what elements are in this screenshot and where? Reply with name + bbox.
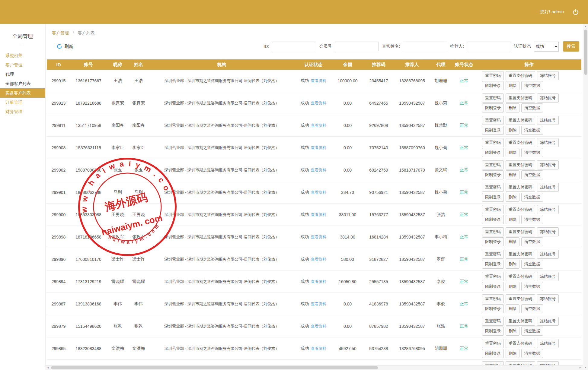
delete-button[interactable]: 删除 (506, 126, 519, 135)
realname-filter-input[interactable] (403, 42, 447, 51)
reset-pay-password-button[interactable]: 重置支付密码 (506, 250, 535, 259)
limit-login-button[interactable]: 限制登录 (482, 126, 504, 135)
reset-pay-password-button[interactable]: 重置支付密码 (506, 138, 535, 147)
delete-button[interactable]: 删除 (506, 215, 519, 224)
freeze-account-button[interactable]: 冻结账号 (537, 116, 559, 125)
reset-pay-password-button[interactable]: 重置支付密码 (506, 339, 535, 348)
vertical-scroll-thumb[interactable] (584, 30, 587, 75)
horizontal-scroll-thumb[interactable] (51, 366, 378, 369)
freeze-account-button[interactable]: 冻结账号 (537, 317, 559, 326)
reset-password-button[interactable]: 重置密码 (482, 205, 504, 214)
limit-login-button[interactable]: 限制登录 (482, 304, 504, 313)
clear-data-button[interactable]: 清空数据 (521, 193, 543, 202)
reset-pay-password-button[interactable]: 重置支付密码 (506, 93, 535, 103)
delete-button[interactable]: 删除 (506, 148, 519, 157)
view-profile-link[interactable]: 查看资料 (311, 190, 327, 194)
freeze-account-button[interactable]: 冻结账号 (537, 272, 559, 281)
clear-data-button[interactable]: 清空数据 (521, 282, 543, 291)
horizontal-scroll-track[interactable] (50, 365, 578, 370)
view-profile-link[interactable]: 查看资料 (311, 123, 327, 128)
clear-data-button[interactable]: 清空数据 (521, 304, 543, 313)
reset-password-button[interactable]: 重置密码 (482, 227, 504, 236)
id-filter-input[interactable] (272, 42, 316, 51)
limit-login-button[interactable]: 限制登录 (482, 260, 504, 269)
freeze-account-button[interactable]: 冻结账号 (537, 339, 559, 348)
limit-login-button[interactable]: 限制登录 (482, 349, 504, 358)
logout-power-icon[interactable] (572, 8, 580, 16)
view-profile-link[interactable]: 查看资料 (311, 257, 327, 261)
freeze-account-button[interactable]: 冻结账号 (537, 183, 559, 192)
sidebar-item-代理[interactable]: 代理 (0, 70, 45, 79)
clear-data-button[interactable]: 清空数据 (521, 148, 543, 157)
view-profile-link[interactable]: 查看资料 (311, 145, 327, 150)
reset-pay-password-button[interactable]: 重置支付密码 (506, 71, 535, 80)
freeze-account-button[interactable]: 冻结账号 (537, 294, 559, 303)
reset-password-button[interactable]: 重置密码 (482, 160, 504, 169)
clear-data-button[interactable]: 清空数据 (521, 327, 543, 336)
freeze-account-button[interactable]: 冻结账号 (537, 160, 559, 169)
limit-login-button[interactable]: 限制登录 (482, 103, 504, 112)
limit-login-button[interactable]: 限制登录 (482, 148, 504, 157)
view-profile-link[interactable]: 查看资料 (311, 324, 327, 328)
search-button[interactable]: 搜索 (563, 41, 579, 52)
reset-pay-password-button[interactable]: 重置支付密码 (506, 227, 535, 236)
view-profile-link[interactable]: 查看资料 (311, 168, 327, 172)
reset-password-button[interactable]: 重置密码 (482, 294, 504, 303)
delete-button[interactable]: 删除 (506, 170, 519, 179)
reset-password-button[interactable]: 重置密码 (482, 116, 504, 125)
reset-password-button[interactable]: 重置密码 (482, 93, 504, 103)
reset-password-button[interactable]: 重置密码 (482, 138, 504, 147)
auth-status-select[interactable]: 成功 (534, 42, 559, 52)
delete-button[interactable]: 删除 (506, 260, 519, 269)
freeze-account-button[interactable]: 冻结账号 (537, 250, 559, 259)
clear-data-button[interactable]: 清空数据 (521, 103, 543, 112)
clear-data-button[interactable]: 清空数据 (521, 81, 543, 90)
freeze-account-button[interactable]: 冻结账号 (537, 227, 559, 236)
limit-login-button[interactable]: 限制登录 (482, 282, 504, 291)
clear-data-button[interactable]: 清空数据 (521, 260, 543, 269)
delete-button[interactable]: 删除 (506, 103, 519, 112)
clear-data-button[interactable]: 清空数据 (521, 237, 543, 246)
clear-data-button[interactable]: 清空数据 (521, 126, 543, 135)
referrer-filter-input[interactable] (467, 42, 511, 51)
view-profile-link[interactable]: 查看资料 (311, 302, 327, 306)
sidebar-item-订单管理[interactable]: 订单管理 (0, 98, 45, 107)
sidebar-item-客户管理[interactable]: 客户管理 (0, 60, 45, 70)
horizontal-scrollbar[interactable]: ◄ ► (45, 365, 583, 370)
clear-data-button[interactable]: 清空数据 (521, 215, 543, 224)
delete-button[interactable]: 删除 (506, 327, 519, 336)
limit-login-button[interactable]: 限制登录 (482, 327, 504, 336)
reset-password-button[interactable]: 重置密码 (482, 272, 504, 281)
sidebar-item-系统相关[interactable]: 系统相关 (0, 51, 45, 60)
sidebar-item-财务管理[interactable]: 财务管理 (0, 107, 45, 116)
scroll-up-arrow[interactable]: ▲ (583, 24, 588, 29)
scroll-right-arrow[interactable]: ► (578, 365, 583, 370)
delete-button[interactable]: 删除 (506, 282, 519, 291)
freeze-account-button[interactable]: 冻结账号 (537, 93, 559, 103)
sidebar-item-全部客户列表[interactable]: 全部客户列表 (0, 79, 45, 88)
vertical-scrollbar[interactable]: ▲ ▼ (583, 24, 588, 370)
delete-button[interactable]: 删除 (506, 81, 519, 90)
view-profile-link[interactable]: 查看资料 (311, 346, 327, 351)
view-profile-link[interactable]: 查看资料 (311, 279, 327, 284)
refresh-button[interactable]: 刷新 (57, 44, 73, 49)
view-profile-link[interactable]: 查看资料 (311, 235, 327, 239)
view-profile-link[interactable]: 查看资料 (311, 78, 327, 83)
reset-password-button[interactable]: 重置密码 (482, 317, 504, 326)
freeze-account-button[interactable]: 冻结账号 (537, 71, 559, 80)
limit-login-button[interactable]: 限制登录 (482, 215, 504, 224)
reset-pay-password-button[interactable]: 重置支付密码 (506, 317, 535, 326)
reset-pay-password-button[interactable]: 重置支付密码 (506, 160, 535, 169)
reset-pay-password-button[interactable]: 重置支付密码 (506, 272, 535, 281)
freeze-account-button[interactable]: 冻结账号 (537, 138, 559, 147)
reset-password-button[interactable]: 重置密码 (482, 339, 504, 348)
delete-button[interactable]: 删除 (506, 237, 519, 246)
view-profile-link[interactable]: 查看资料 (311, 212, 327, 217)
sidebar-item-实盘客户列表[interactable]: 实盘客户列表 (0, 88, 45, 98)
reset-pay-password-button[interactable]: 重置支付密码 (506, 294, 535, 303)
scroll-left-arrow[interactable]: ◄ (45, 365, 50, 370)
delete-button[interactable]: 删除 (506, 349, 519, 358)
reset-pay-password-button[interactable]: 重置支付密码 (506, 205, 535, 214)
reset-pay-password-button[interactable]: 重置支付密码 (506, 116, 535, 125)
clear-data-button[interactable]: 清空数据 (521, 349, 543, 358)
